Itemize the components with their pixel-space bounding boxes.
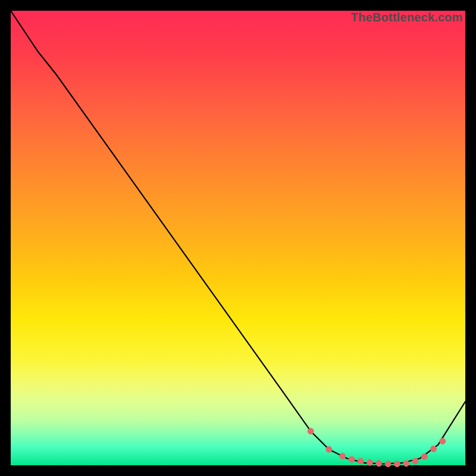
- marker-dot: [367, 459, 373, 465]
- marker-dot: [340, 453, 346, 459]
- marker-dot: [326, 446, 332, 452]
- marker-dot: [431, 446, 437, 452]
- marker-dot: [358, 458, 364, 464]
- marker-dot: [385, 461, 391, 467]
- marker-dot: [349, 456, 355, 462]
- chart-overlay: [11, 11, 465, 465]
- marker-group: [308, 428, 446, 467]
- plot-area: TheBottleneck.com: [11, 11, 465, 465]
- marker-dot: [403, 461, 409, 466]
- marker-dot: [308, 428, 314, 434]
- marker-dot: [394, 461, 400, 467]
- chart-stage: TheBottleneck.com: [0, 0, 476, 476]
- marker-dot: [440, 439, 446, 444]
- marker-dot: [412, 458, 418, 464]
- bottleneck-curve: [11, 11, 465, 464]
- marker-dot: [376, 461, 382, 466]
- marker-dot: [421, 454, 427, 460]
